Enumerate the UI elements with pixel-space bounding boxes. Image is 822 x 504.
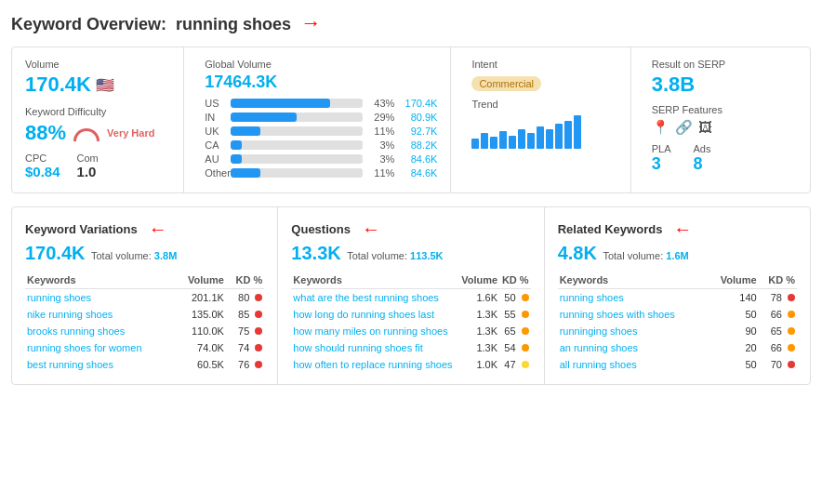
global-volume-row: IN 29% 80.9K <box>205 112 437 123</box>
title-arrow-icon: ← <box>300 11 321 35</box>
top-cards-row: Volume 170.4K 🇺🇸 Keyword Difficulty 88% … <box>11 46 811 193</box>
questions-title: Questions ← <box>291 219 530 240</box>
serp-result-label: Result on SERP <box>652 59 797 70</box>
keyword-link[interactable]: how should running shoes fit <box>293 342 422 353</box>
kd-cell: 74 <box>226 339 264 356</box>
keyword-link[interactable]: running shoes <box>27 292 91 303</box>
table-row: what are the best running shoes 1.6K 50 <box>291 289 530 307</box>
trend-bar <box>546 129 553 149</box>
kd-cell: 50 <box>499 289 531 307</box>
table-row: running shoes 201.1K 80 <box>25 289 264 307</box>
keyword-link[interactable]: brooks running shoes <box>27 325 125 337</box>
keyword-link[interactable]: how many miles on running shoes <box>293 325 447 337</box>
kd-cell: 66 <box>759 306 797 323</box>
variations-title: Keyword Variations ← <box>25 219 264 240</box>
global-volume-rows: US 43% 170.4K IN 29% 80.9K UK 11% 92.7K … <box>205 98 437 179</box>
kd-dot-icon <box>788 327 795 335</box>
variations-arrow-icon: ← <box>149 219 167 240</box>
keyword-link[interactable]: what are the best running shoes <box>293 292 439 303</box>
kd-cell: 47 <box>499 356 531 373</box>
table-row: an running shoes 20 66 <box>558 339 797 356</box>
table-row: how often to replace running shoes 1.0K … <box>291 356 530 373</box>
kd-cell: 85 <box>226 306 264 323</box>
table-row: runninging shoes 90 65 <box>558 323 797 339</box>
keyword-link[interactable]: how long do running shoes last <box>293 309 434 320</box>
keyword-link[interactable]: how often to replace running shoes <box>293 359 452 370</box>
trend-chart <box>471 113 616 149</box>
table-row: nike running shoes 135.0K 85 <box>25 306 264 323</box>
trend-bar <box>518 129 525 149</box>
trend-bar <box>537 126 544 149</box>
kd-value: 88% <box>25 121 66 145</box>
image-icon: 🖼 <box>698 119 712 136</box>
keyword-link[interactable]: an running shoes <box>560 342 638 353</box>
trend-label: Trend <box>471 99 616 110</box>
pla-label: PLA <box>652 143 671 154</box>
kd-dot-icon <box>522 361 529 368</box>
kd-cell: 65 <box>499 323 531 339</box>
kd-dot-icon <box>522 294 529 301</box>
volume-cell: 74.0K <box>176 339 226 356</box>
volume-cell: 1.3K <box>458 306 499 323</box>
global-volume-row: US 43% 170.4K <box>205 98 437 109</box>
keyword-link[interactable]: runninging shoes <box>560 325 638 337</box>
volume-cell: 201.1K <box>176 289 226 307</box>
location-icon: 📍 <box>652 119 670 136</box>
kd-dot-icon <box>255 327 262 335</box>
volume-cell: 50 <box>708 306 758 323</box>
serp-features-label: SERP Features <box>652 104 797 115</box>
trend-bar <box>499 131 507 149</box>
volume-value: 170.4K <box>25 73 91 97</box>
keyword-link[interactable]: running shoes for women <box>27 342 142 353</box>
questions-total-label: Total volume: 113.5K <box>344 250 443 261</box>
kd-label: Keyword Difficulty <box>25 106 170 117</box>
kd-dot-icon <box>522 327 529 335</box>
cpc-label: CPC <box>25 153 60 164</box>
com-label: Com <box>77 153 99 164</box>
kd-difficulty-label: Very Hard <box>107 127 154 139</box>
bottom-panels-row: Keyword Variations ← 170.4K Total volume… <box>11 206 811 385</box>
keyword-link[interactable]: running shoes <box>560 292 624 303</box>
table-row: how many miles on running shoes 1.3K 65 <box>291 323 530 339</box>
volume-card: Volume 170.4K 🇺🇸 Keyword Difficulty 88% … <box>12 47 184 192</box>
keyword-link[interactable]: all running shoes <box>560 359 637 370</box>
table-row: best running shoes 60.5K 76 <box>25 356 264 373</box>
kd-arc-icon <box>73 128 99 141</box>
trend-bar <box>471 139 479 149</box>
kd-cell: 54 <box>499 339 531 356</box>
global-volume-value: 17464.3K <box>205 73 437 92</box>
trend-bar <box>574 115 581 149</box>
volume-cell: 1.6K <box>458 289 499 307</box>
pla-value: 3 <box>652 154 671 174</box>
questions-count: 13.3K <box>291 243 340 263</box>
keyword-link[interactable]: nike running shoes <box>27 309 113 320</box>
questions-arrow-icon: ← <box>362 219 380 240</box>
kd-dot-icon <box>255 344 262 351</box>
global-volume-card: Global Volume 17464.3K US 43% 170.4K IN … <box>192 47 451 192</box>
trend-bar <box>564 121 572 149</box>
keyword-link[interactable]: best running shoes <box>27 359 113 370</box>
ads-label: Ads <box>693 143 710 154</box>
variations-count: 170.4K <box>25 243 86 263</box>
kd-cell: 66 <box>759 339 797 356</box>
kd-cell: 80 <box>226 289 264 307</box>
table-row: all running shoes 50 70 <box>558 356 797 373</box>
related-count: 4.8K <box>558 243 597 263</box>
global-volume-row: AU 3% 84.6K <box>205 153 437 165</box>
trend-bar <box>509 136 516 149</box>
questions-panel: Questions ← 13.3K Total volume: 113.5K K… <box>278 207 544 384</box>
ads-value: 8 <box>693 154 710 174</box>
variations-total-label: Total volume: 3.8M <box>88 250 177 261</box>
keyword-link[interactable]: running shoes with shoes <box>560 309 675 320</box>
page-title: Keyword Overview: running shoes ← <box>11 11 811 35</box>
trend-bar <box>555 124 563 149</box>
volume-cell: 135.0K <box>176 306 226 323</box>
trend-bar <box>527 133 535 149</box>
kd-cell: 55 <box>499 306 531 323</box>
table-row: running shoes for women 74.0K 74 <box>25 339 264 356</box>
kd-dot-icon <box>255 294 262 301</box>
kd-dot-icon <box>255 361 262 368</box>
global-volume-label: Global Volume <box>205 59 437 70</box>
volume-cell: 90 <box>708 323 758 339</box>
table-row: how should running shoes fit 1.3K 54 <box>291 339 530 356</box>
